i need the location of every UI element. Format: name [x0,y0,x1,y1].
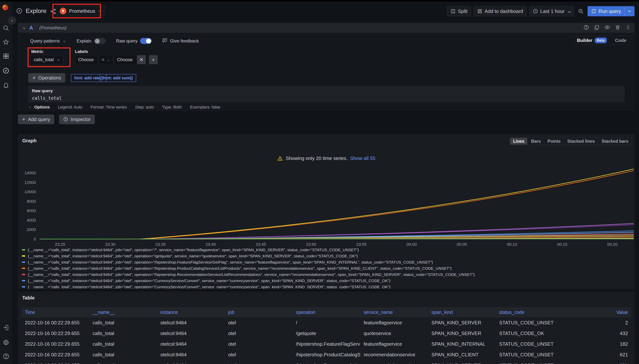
legend-item[interactable]: {__name__="calls_total", instance="otelc… [22,272,631,278]
legend-item[interactable]: {__name__="calls_total", instance="otelc… [22,278,631,284]
x-axis-tick: 00:05 [456,242,467,247]
legend-item[interactable]: {__name__="calls_total", instance="otelc… [22,284,631,289]
help-circle-icon[interactable] [584,24,589,30]
legend-label: {__name__="calls_total", instance="otelc… [28,248,359,252]
legend-swatch [22,255,25,257]
drag-grip-icon[interactable] [625,24,631,30]
table-cell: otel [225,350,292,360]
raw-query-toggle[interactable] [140,38,152,44]
table-cell: otelcol:9464 [157,339,225,349]
window-top-strip [0,0,639,2]
explore-compass-icon[interactable] [2,67,9,74]
query-patterns-dropdown[interactable]: Query patterns [30,38,66,44]
legend-swatch [22,249,25,250]
metric-select[interactable]: calls_total [30,55,64,64]
builder-mode-tab[interactable]: Builder Beta [573,38,610,43]
info-circle-icon [63,117,68,122]
query-options-row[interactable]: Options Legend: Auto Format: Time series… [28,104,624,110]
label-name-select[interactable]: Choose [75,55,98,64]
table-header-cell[interactable]: span_kind [428,307,496,317]
label-value-select[interactable]: Choose [114,55,137,64]
chevron-down-icon [107,58,110,62]
graph-panel: Graph LinesBarsPointsStacked linesStacke… [18,134,634,289]
table-cell: SPAN_KIND_INTERNAL [428,339,496,349]
chevron-down-icon [627,8,632,14]
zoom-out-button[interactable] [577,6,585,16]
table-cell: calls_total [89,328,157,338]
table-header-cell[interactable]: status_code [496,307,564,317]
table-cell: STATUS_CODE_UNSET [496,318,564,328]
settings-gear-icon[interactable] [2,339,9,346]
timeseries-chart[interactable]: 0200040006000800010000120001400023:2523:… [18,134,634,247]
label-operator-select[interactable]: = [98,55,113,64]
table-cell: otelcol:9464 [157,350,225,360]
add-label-button[interactable]: + [149,55,158,64]
apps-grid-icon [477,8,482,14]
grafana-logo-icon[interactable] [2,4,10,12]
legend-item[interactable]: {__name__="calls_total", instance="otelc… [22,247,631,253]
raw-query-label: Raw query [32,88,621,93]
help-icon[interactable] [2,353,9,360]
query-row-header[interactable]: A (Prometheus) [18,23,634,33]
remove-label-button[interactable]: ✕ [137,55,146,64]
x-axis-tick: 23:30 [105,242,116,247]
explain-toggle[interactable] [94,38,106,44]
add-to-dashboard-button[interactable]: Add to dashboard [474,6,526,16]
y-axis-tick: 2000 [27,227,36,232]
table-cell: 2 [564,318,631,328]
hint-add-sum-button[interactable]: hint: add sum() [100,74,136,82]
table-header-cell[interactable]: operation [292,307,360,317]
sidebar-expand-button[interactable]: › [8,16,16,25]
alerting-bell-icon[interactable] [2,82,9,88]
table-header-cell[interactable]: service_name [360,307,428,317]
table-header-cell[interactable]: job [225,307,292,317]
table-row[interactable]: 2022-10-16 00:22:29.655calls_totalotelco… [22,338,631,349]
duplicate-icon[interactable] [594,24,600,30]
search-icon[interactable] [2,25,9,32]
y-axis-tick: 0 [34,237,36,242]
table-row[interactable]: 2022-10-16 00:22:29.655calls_totalotelco… [22,360,631,364]
star-icon[interactable] [2,39,9,46]
table-cell: / [292,318,360,328]
table-cell: SPAN_KIND_CLIENT [428,350,496,360]
run-query-button[interactable]: Run query [588,6,634,16]
metric-label: Metric [31,49,44,54]
datasource-picker[interactable]: Prometheus [56,6,106,16]
dashboards-icon[interactable] [2,53,9,60]
time-range-picker[interactable]: Last 1 hour [529,6,574,16]
collapse-chevron-icon[interactable] [22,26,26,30]
table-header-cell[interactable]: Time [22,307,89,317]
code-mode-tab[interactable]: Code [610,38,631,43]
sign-in-icon[interactable] [2,324,9,331]
legend-item[interactable]: {__name__="calls_total", instance="otelc… [22,259,631,265]
table-header-cell[interactable]: instance [157,307,225,317]
legend-swatch [22,268,25,269]
table-row[interactable]: 2022-10-16 00:22:29.655calls_totalotelco… [22,349,631,360]
legend-label: {__name__="calls_total", instance="otelc… [28,260,433,264]
table-panel-title: Table [22,295,34,301]
table-header-cell[interactable]: Value [564,307,631,317]
give-feedback-link[interactable]: Give feedback [162,38,199,44]
add-operation-button[interactable]: + Operations [28,73,65,82]
legend-item[interactable]: {__name__="calls_total", instance="otelc… [22,253,631,259]
option-format: Format: Time series [90,105,127,110]
table-header-cell[interactable]: __name__ [89,307,157,317]
eye-icon[interactable] [604,24,610,30]
inspector-button[interactable]: Inspector [59,114,95,124]
table-cell: calls_total [89,339,157,349]
table-cell: 2022-10-16 00:22:29.655 [22,339,89,349]
table-row[interactable]: 2022-10-16 00:22:29.655calls_totalotelco… [22,328,631,338]
chevron-down-icon [98,9,102,13]
add-query-button[interactable]: + Add query [18,114,54,124]
table-row[interactable]: 2022-10-16 00:22:29.655calls_totalotelco… [22,317,631,328]
option-exemplars: Exemplars: false [190,105,220,110]
share-icon[interactable] [50,8,55,14]
x-axis-tick: 23:55 [356,242,366,247]
trash-icon[interactable] [615,24,620,30]
run-query-dropdown[interactable] [624,6,634,16]
table-cell: 432 [564,328,631,338]
split-button[interactable]: Split [447,6,471,16]
query-editor-panel: A (Prometheus) Query patterns Explain Ra… [18,23,634,111]
table-cell: 2022-10-16 00:22:29.655 [22,328,89,338]
legend-item[interactable]: {__name__="calls_total", instance="otelc… [22,265,631,272]
